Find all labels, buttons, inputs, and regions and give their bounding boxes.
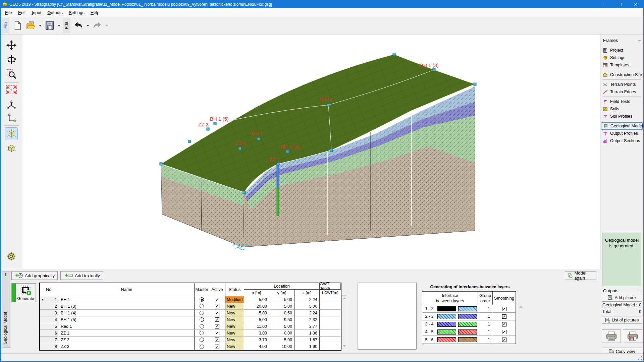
smoothing-checkbox[interactable]: ✓ bbox=[493, 336, 516, 344]
open-dropdown-arrow[interactable] bbox=[39, 25, 42, 26]
close-button[interactable]: ✕ bbox=[628, 1, 643, 8]
list-of-pictures-button[interactable]: List of pictures bbox=[602, 316, 642, 324]
menu-item-file[interactable]: File bbox=[2, 9, 15, 16]
menu-item-outputs[interactable]: Outputs bbox=[44, 9, 66, 16]
terrain-point-marker[interactable] bbox=[327, 104, 330, 106]
table-row[interactable]: 7ZZ 2✓New3,705,001,67 bbox=[40, 337, 341, 343]
pan-tool-button[interactable] bbox=[5, 39, 18, 52]
terrain-point-marker[interactable] bbox=[257, 137, 260, 140]
table-row[interactable]: ▸1BH 1✓Modified5,005,002,24 bbox=[40, 296, 341, 303]
col-header-hgwt[interactable]: hGWT [m] bbox=[320, 290, 341, 296]
master-radio[interactable] bbox=[195, 310, 209, 316]
terrain-point-marker[interactable] bbox=[393, 53, 395, 56]
table-row[interactable]: 5Red 1✓New11,005,003,77 bbox=[40, 323, 341, 330]
smoothing-checkbox[interactable]: ✓ bbox=[493, 320, 516, 328]
active-checkbox[interactable]: ✓ bbox=[209, 310, 225, 316]
smoothing-checkbox[interactable]: ✓ bbox=[493, 313, 516, 320]
table-row[interactable]: 2BH 1 (3)✓New20,005,005,00 bbox=[40, 303, 341, 310]
master-radio[interactable] bbox=[195, 296, 209, 303]
perspective-view-tool-button[interactable] bbox=[5, 127, 18, 140]
active-checkbox[interactable]: ✓ bbox=[209, 330, 225, 336]
active-checkbox[interactable]: ✓ bbox=[209, 337, 225, 343]
terrain-point-marker[interactable] bbox=[286, 150, 289, 153]
col-header-no[interactable]: No. bbox=[40, 283, 59, 296]
menu-item-input[interactable]: Input bbox=[29, 9, 44, 16]
frames-item-soils[interactable]: Soils bbox=[601, 105, 643, 113]
frames-item-output-sections[interactable]: Output Sections bbox=[601, 137, 643, 144]
interface-row[interactable]: 1 - 21✓ bbox=[422, 305, 516, 313]
interface-row[interactable]: 5 - 61✓ bbox=[422, 336, 516, 344]
print-button[interactable] bbox=[602, 329, 621, 343]
col-header-name[interactable]: Name bbox=[59, 283, 195, 296]
undo-button[interactable] bbox=[72, 19, 85, 32]
terrain-point-marker[interactable] bbox=[243, 191, 246, 194]
settings-gear-button[interactable] bbox=[5, 250, 18, 263]
table-row[interactable]: 8ZZ 3✓New4,0010,001,90 bbox=[40, 343, 341, 350]
edit-ribbon-tab[interactable]: Edit bbox=[63, 18, 70, 33]
master-radio[interactable] bbox=[195, 323, 209, 329]
table-row[interactable]: 6ZZ 1✓New3,000,001,36 bbox=[40, 330, 341, 337]
open-file-button[interactable] bbox=[25, 19, 37, 32]
axes-3d-tool-button[interactable] bbox=[5, 99, 18, 112]
resize-grip[interactable] bbox=[638, 356, 642, 360]
frames-item-construction-site[interactable]: Construction Site bbox=[601, 71, 643, 78]
master-radio[interactable] bbox=[195, 330, 209, 336]
frames-item-project[interactable]: Project bbox=[601, 47, 643, 54]
generate-button[interactable]: Generate bbox=[11, 283, 36, 302]
terrain-point-marker[interactable] bbox=[474, 83, 476, 85]
smoothing-checkbox[interactable]: ✓ bbox=[493, 305, 516, 312]
table-row[interactable]: 4BH 1 (5)✓New5,009,502,32 bbox=[40, 316, 341, 323]
master-radio[interactable] bbox=[195, 343, 209, 350]
fit-to-screen-tool-button[interactable] bbox=[5, 83, 18, 96]
axes-2d-tool-button[interactable] bbox=[5, 112, 18, 124]
outputs-minimize-button[interactable]: – bbox=[638, 288, 641, 293]
save-button[interactable] bbox=[44, 19, 56, 32]
terrain-point-marker[interactable] bbox=[277, 163, 279, 165]
save-dropdown-arrow[interactable] bbox=[58, 25, 60, 26]
terrain-point-marker[interactable] bbox=[330, 149, 333, 152]
rotate-tool-button[interactable] bbox=[5, 53, 18, 66]
terrain-point-marker[interactable] bbox=[160, 163, 162, 165]
col-header-active[interactable]: Active bbox=[209, 283, 225, 296]
frames-item-field-tests[interactable]: Field Tests bbox=[601, 98, 643, 105]
interface-row[interactable]: 3 - 41✓ bbox=[422, 320, 516, 328]
col-header-x[interactable]: x [m] bbox=[244, 290, 269, 296]
active-checkbox[interactable]: ✓ bbox=[209, 343, 225, 350]
frames-item-geological-model[interactable]: Geological Model bbox=[601, 122, 643, 130]
add-graphically-button[interactable]: Add graphically bbox=[11, 271, 58, 280]
terrain-point-marker[interactable] bbox=[207, 128, 209, 130]
active-checkbox[interactable]: ✓ bbox=[209, 303, 225, 309]
new-file-button[interactable] bbox=[11, 19, 23, 32]
col-header-smoothing[interactable]: Smoothing bbox=[493, 292, 516, 305]
col-header-location[interactable]: Location bbox=[244, 283, 320, 290]
add-textually-button[interactable]: Add textually bbox=[60, 271, 103, 280]
col-header-z[interactable]: z [m] bbox=[294, 290, 320, 296]
master-radio[interactable] bbox=[195, 316, 209, 323]
model-canvas[interactable]: BH 1 (3)Red 1BH 1 (5)ZZ 3BH 1ZZ 2BH 1 (4… bbox=[22, 35, 601, 269]
print-preview-button[interactable] bbox=[623, 329, 642, 343]
col-header-y[interactable]: y [m] bbox=[269, 290, 294, 296]
frames-item-output-profiles[interactable]: Output Profiles bbox=[601, 130, 643, 137]
frames-item-templates[interactable]: Templates bbox=[601, 61, 643, 69]
menu-item-settings[interactable]: Settings bbox=[66, 9, 88, 16]
terrain-point-marker[interactable] bbox=[214, 122, 216, 125]
interface-row[interactable]: 2 - 31✓ bbox=[422, 313, 516, 320]
maximize-button[interactable] bbox=[612, 1, 628, 8]
zoom-window-tool-button[interactable] bbox=[5, 68, 18, 80]
axonometry-view-tool-button[interactable] bbox=[5, 142, 18, 155]
col-header-master[interactable]: Master bbox=[195, 283, 209, 296]
bottom-frame-tab[interactable]: Geological Model bbox=[2, 271, 10, 348]
master-radio[interactable] bbox=[195, 303, 209, 309]
terrain-point-marker[interactable] bbox=[433, 68, 435, 71]
frames-item-settings[interactable]: Settings bbox=[601, 54, 643, 61]
col-header-interface[interactable]: Interfacebetween layers bbox=[422, 292, 478, 305]
add-picture-button[interactable]: Add picture bbox=[602, 294, 642, 302]
terrain-point-marker[interactable] bbox=[188, 140, 191, 143]
interfaces-scroll-up-icon[interactable] bbox=[519, 305, 523, 308]
table-row[interactable]: 3BH 1 (4)✓New5,000,502,24 bbox=[40, 310, 341, 316]
frames-item-terrain-edges[interactable]: Terrain Edges bbox=[601, 88, 643, 96]
col-header-group-order[interactable]: Grouporder bbox=[478, 292, 493, 305]
table-scrollbar[interactable] bbox=[341, 295, 347, 349]
undo-dropdown-arrow[interactable] bbox=[87, 25, 89, 26]
active-checkbox[interactable]: ✓ bbox=[209, 323, 225, 329]
